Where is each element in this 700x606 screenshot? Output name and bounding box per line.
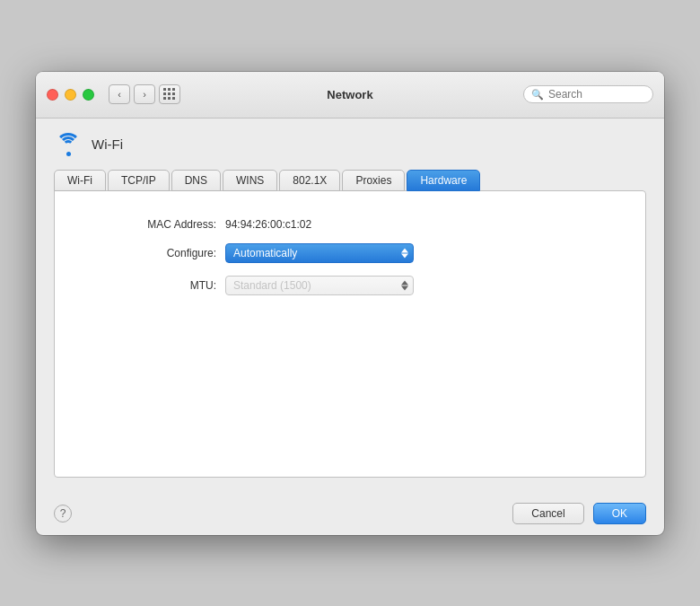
grid-icon: [163, 88, 176, 101]
search-input[interactable]: [548, 88, 645, 101]
tab-dns[interactable]: DNS: [171, 170, 221, 191]
main-window: ‹ › Network 🔍: [36, 72, 664, 535]
mtu-label: MTU:: [73, 279, 216, 292]
tab-hardware[interactable]: Hardware: [407, 170, 480, 191]
forward-button[interactable]: ›: [134, 84, 155, 104]
mac-address-row: MAC Address: 94:94:26:00:c1:02: [73, 218, 627, 231]
titlebar: ‹ › Network 🔍: [36, 72, 664, 119]
wifi-header: Wi-Fi: [54, 133, 646, 156]
ok-button[interactable]: OK: [593, 503, 646, 524]
minimize-button[interactable]: [65, 89, 76, 101]
wifi-icon: [54, 133, 83, 156]
back-button[interactable]: ‹: [109, 84, 130, 104]
maximize-button[interactable]: [83, 89, 94, 101]
wifi-label: Wi-Fi: [92, 136, 123, 152]
grid-button[interactable]: [159, 84, 180, 104]
tab-proxies[interactable]: Proxies: [342, 170, 405, 191]
footer: ? Cancel OK: [36, 492, 664, 535]
forward-icon: ›: [143, 89, 146, 100]
tab-8021x[interactable]: 802.1X: [279, 170, 340, 191]
tab-bar: Wi-Fi TCP/IP DNS WINS 802.1X Proxies Har…: [54, 169, 646, 190]
mtu-row: MTU: Standard (1500) Custom: [73, 276, 627, 295]
search-box[interactable]: 🔍: [523, 85, 653, 103]
configure-row: Configure: Automatically Manually: [73, 243, 627, 263]
back-icon: ‹: [118, 89, 121, 100]
window-title: Network: [327, 88, 372, 101]
close-button[interactable]: [47, 89, 58, 101]
mac-address-label: MAC Address:: [73, 218, 216, 231]
configure-select[interactable]: Automatically Manually: [225, 243, 414, 263]
hardware-panel: MAC Address: 94:94:26:00:c1:02 Configure…: [54, 190, 646, 478]
traffic-lights: [47, 89, 94, 101]
mtu-select[interactable]: Standard (1500) Custom: [225, 276, 414, 295]
nav-buttons: ‹ ›: [109, 84, 155, 104]
window-body: Wi-Fi Wi-Fi TCP/IP DNS WINS 802.1X Proxi…: [36, 119, 664, 492]
help-button[interactable]: ?: [54, 505, 72, 523]
cancel-button[interactable]: Cancel: [512, 503, 583, 524]
footer-buttons: Cancel OK: [512, 503, 646, 524]
tab-tcpip[interactable]: TCP/IP: [108, 170, 170, 191]
tab-wifi[interactable]: Wi-Fi: [54, 170, 106, 191]
configure-label: Configure:: [73, 247, 216, 259]
configure-select-wrapper: Automatically Manually: [225, 243, 414, 263]
mtu-select-wrapper: Standard (1500) Custom: [225, 276, 414, 295]
tab-wins[interactable]: WINS: [223, 170, 277, 191]
search-icon: 🔍: [531, 89, 544, 101]
mac-address-value: 94:94:26:00:c1:02: [225, 218, 311, 231]
